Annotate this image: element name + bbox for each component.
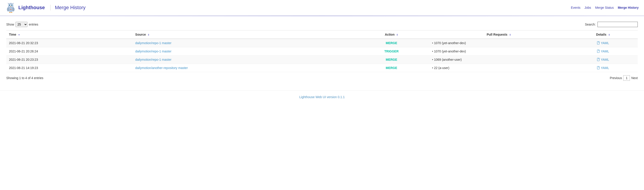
entries-select[interactable]: 10 25 50 100 xyxy=(16,22,28,27)
yaml-file-icon xyxy=(597,66,600,70)
yaml-label: YAML xyxy=(601,50,609,53)
table-row: 2021-06-21 20:23:23dailymotion/repo-1 ma… xyxy=(6,56,638,64)
header: Lighthouse Merge History Events Jobs Mer… xyxy=(0,0,644,16)
col-header-action: Action ⇕ xyxy=(354,31,429,39)
source-sort-icon[interactable]: ⇕ xyxy=(148,34,149,36)
entries-label: entries xyxy=(29,23,38,26)
yaml-file-icon xyxy=(597,50,600,53)
app-name: Lighthouse xyxy=(18,5,45,11)
next-button[interactable]: Next xyxy=(631,76,638,80)
header-nav: Events Jobs Merge Status Merge History xyxy=(571,6,639,10)
cell-source: dailymotion/repo-1 master xyxy=(132,47,354,56)
pull-request-item: 1070 (yet-another-dev) xyxy=(432,41,566,45)
col-header-details: Details ⇕ xyxy=(568,31,638,39)
previous-button[interactable]: Previous xyxy=(610,76,622,80)
source-link[interactable]: dailymotion/repo-1 master xyxy=(135,41,172,45)
cell-action: MERGE xyxy=(354,64,429,72)
svg-rect-23 xyxy=(597,58,599,61)
yaml-link[interactable]: YAML xyxy=(571,66,635,70)
nav-jobs[interactable]: Jobs xyxy=(584,6,591,10)
source-link[interactable]: dailymotion/repo-1 master xyxy=(135,58,172,61)
table-row: 2021-06-21 20:32:23dailymotion/repo-1 ma… xyxy=(6,39,638,47)
cell-time: 2021-06-21 20:23:23 xyxy=(6,56,132,64)
header-left: Lighthouse Merge History xyxy=(5,2,86,13)
version-label: Lighthouse Web UI version 0.1.1 xyxy=(300,95,345,99)
yaml-label: YAML xyxy=(601,58,609,61)
yaml-file-icon xyxy=(597,58,600,61)
yaml-label: YAML xyxy=(601,66,609,70)
merge-history-table: Time ▼ Source ⇕ Action ⇕ Pull Requests ⇕… xyxy=(6,30,638,72)
pagination: Previous 1 Next xyxy=(610,75,638,81)
search-area: Search: xyxy=(585,22,638,27)
show-entries-control: Show 10 25 50 100 entries xyxy=(6,22,38,27)
col-header-source: Source ⇕ xyxy=(132,31,354,39)
search-input[interactable] xyxy=(598,22,638,27)
table-row: 2021-06-21 14:19:23dailymotion/another-r… xyxy=(6,64,638,72)
svg-rect-22 xyxy=(597,50,599,53)
cell-details: YAML xyxy=(568,64,638,72)
controls-row: Show 10 25 50 100 entries Search: xyxy=(6,22,638,27)
owl-logo-icon xyxy=(5,2,16,13)
yaml-link[interactable]: YAML xyxy=(571,50,635,53)
action-value: MERGE xyxy=(386,41,397,45)
cell-source: dailymotion/repo-1 master xyxy=(132,39,354,47)
logo-link[interactable]: Lighthouse xyxy=(5,2,45,13)
svg-marker-3 xyxy=(12,3,14,4)
nav-merge-status[interactable]: Merge Status xyxy=(595,6,614,10)
svg-point-13 xyxy=(7,7,9,12)
action-value: MERGE xyxy=(386,58,397,61)
action-value: MERGE xyxy=(386,66,397,70)
source-link[interactable]: dailymotion/repo-1 master xyxy=(135,50,172,53)
main-content: Show 10 25 50 100 entries Search: Time ▼ xyxy=(0,16,644,86)
svg-point-8 xyxy=(10,5,10,6)
col-header-pull-requests: Pull Requests ⇕ xyxy=(429,31,568,39)
cell-details: YAML xyxy=(568,47,638,56)
cell-source: dailymotion/repo-1 master xyxy=(132,56,354,64)
current-page[interactable]: 1 xyxy=(623,75,630,81)
cell-details: YAML xyxy=(568,39,638,47)
page-footer: Lighthouse Web UI version 0.1.1 xyxy=(0,90,644,103)
table-footer: Showing 1 to 4 of 4 entries Previous 1 N… xyxy=(6,75,638,81)
yaml-link[interactable]: YAML xyxy=(571,41,635,45)
svg-point-14 xyxy=(12,7,14,12)
nav-merge-history[interactable]: Merge History xyxy=(618,6,639,10)
svg-rect-21 xyxy=(597,41,599,44)
action-value: TRIGGER xyxy=(384,50,399,53)
yaml-label: YAML xyxy=(601,41,609,45)
cell-time: 2021-06-21 20:26:24 xyxy=(6,47,132,56)
details-sort-icon[interactable]: ⇕ xyxy=(608,34,610,36)
yaml-file-icon xyxy=(597,41,600,45)
cell-pull-requests: 1070 (yet-another-dev) xyxy=(429,39,568,47)
nav-events[interactable]: Events xyxy=(571,6,580,10)
cell-pull-requests: 1069 (another-user) xyxy=(429,56,568,64)
pull-request-item: 1070 (yet-another-dev) xyxy=(432,50,566,53)
cell-pull-requests: 1070 (yet-another-dev) xyxy=(429,47,568,56)
table-body: 2021-06-21 20:32:23dailymotion/repo-1 ma… xyxy=(6,39,638,72)
cell-action: MERGE xyxy=(354,39,429,47)
cell-details: YAML xyxy=(568,56,638,64)
svg-rect-24 xyxy=(597,66,599,69)
cell-time: 2021-06-21 14:19:23 xyxy=(6,64,132,72)
cell-pull-requests: 22 (a-user) xyxy=(429,64,568,72)
time-sort-icon[interactable]: ▼ xyxy=(18,34,20,36)
search-label: Search: xyxy=(585,23,596,26)
table-header-row: Time ▼ Source ⇕ Action ⇕ Pull Requests ⇕… xyxy=(6,31,638,39)
showing-info: Showing 1 to 4 of 4 entries xyxy=(6,76,44,80)
action-sort-icon[interactable]: ⇕ xyxy=(396,34,398,36)
yaml-link[interactable]: YAML xyxy=(571,58,635,61)
show-label: Show xyxy=(6,23,14,26)
cell-time: 2021-06-21 20:32:23 xyxy=(6,39,132,47)
svg-point-9 xyxy=(12,5,12,6)
table-header: Time ▼ Source ⇕ Action ⇕ Pull Requests ⇕… xyxy=(6,31,638,39)
pull-request-item: 22 (a-user) xyxy=(432,66,566,70)
svg-marker-2 xyxy=(8,3,9,4)
cell-source: dailymotion/another-repository master xyxy=(132,64,354,72)
table-row: 2021-06-21 20:26:24dailymotion/repo-1 ma… xyxy=(6,47,638,56)
pull-requests-sort-icon[interactable]: ⇕ xyxy=(509,34,511,36)
cell-action: TRIGGER xyxy=(354,47,429,56)
page-title: Merge History xyxy=(50,5,86,11)
cell-action: MERGE xyxy=(354,56,429,64)
col-header-time: Time ▼ xyxy=(6,31,132,39)
pull-request-item: 1069 (another-user) xyxy=(432,58,566,61)
source-link[interactable]: dailymotion/another-repository master xyxy=(135,66,188,70)
